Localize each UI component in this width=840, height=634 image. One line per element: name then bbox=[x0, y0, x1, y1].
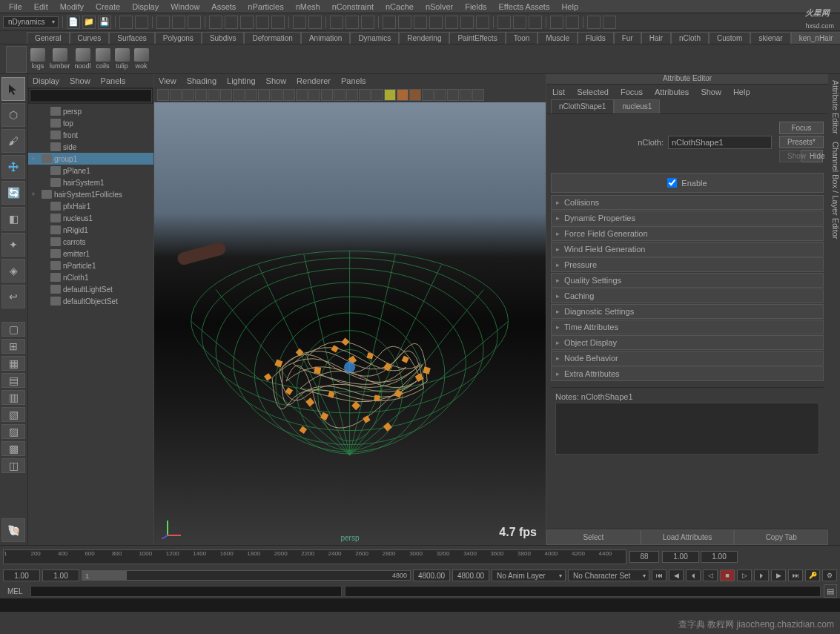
vp-tool-4[interactable] bbox=[195, 89, 207, 101]
vp-tool-26[interactable] bbox=[472, 89, 484, 101]
redo-icon[interactable] bbox=[135, 16, 148, 29]
attr-section-wind-field-generation[interactable]: Wind Field Generation bbox=[551, 242, 824, 257]
outliner-item-defaultLightSet[interactable]: defaultLightSet bbox=[28, 283, 153, 295]
script-editor-icon[interactable]: ▤ bbox=[824, 584, 837, 598]
layout-single[interactable]: ▢ bbox=[1, 322, 25, 337]
outliner-item-persp[interactable]: persp bbox=[28, 105, 153, 117]
shelftab-skienar[interactable]: skienar bbox=[750, 32, 790, 44]
attr-section-node-behavior[interactable]: Node Behavior bbox=[551, 351, 824, 366]
menu-file[interactable]: File bbox=[3, 2, 28, 11]
attr-section-collisions[interactable]: Collisions bbox=[551, 195, 824, 210]
undo-icon[interactable] bbox=[119, 16, 133, 29]
attr-section-pressure[interactable]: Pressure bbox=[551, 257, 824, 272]
render-settings-icon[interactable] bbox=[361, 16, 374, 29]
attr-section-diagnostic-settings[interactable]: Diagnostic Settings bbox=[551, 304, 824, 319]
autokey-button[interactable]: 🔑 bbox=[805, 569, 820, 581]
vp-tool-2[interactable] bbox=[170, 89, 182, 101]
presets-button[interactable]: Presets* bbox=[779, 136, 824, 148]
menu-help[interactable]: Help bbox=[555, 2, 584, 11]
shelf-item-lumber[interactable]: lumber bbox=[49, 47, 71, 70]
vp-menu-view[interactable]: View bbox=[159, 76, 176, 85]
shelftab-ncloth[interactable]: nCloth bbox=[671, 32, 709, 44]
layout-custom6[interactable]: ◫ bbox=[1, 458, 25, 473]
snap-plane-icon[interactable] bbox=[256, 16, 269, 29]
shelf-item-noodl[interactable]: noodl bbox=[74, 47, 92, 70]
layout-persp[interactable]: ▦ bbox=[1, 356, 25, 371]
attr-section-extra-attributes[interactable]: Extra Attributes bbox=[551, 366, 824, 381]
softmod-tool[interactable]: ◈ bbox=[1, 259, 25, 283]
scale-tool[interactable]: ◧ bbox=[1, 207, 25, 231]
shelftab-curves[interactable]: Curves bbox=[70, 32, 110, 44]
range-knob[interactable]: 1 bbox=[82, 571, 127, 580]
outliner-item-pfxHair1[interactable]: pfxHair1 bbox=[28, 200, 153, 212]
vp-menu-lighting[interactable]: Lighting bbox=[227, 76, 256, 85]
misc12-icon[interactable] bbox=[566, 16, 579, 29]
vp-menu-shading[interactable]: Shading bbox=[187, 76, 216, 85]
shelftab-muscle[interactable]: Muscle bbox=[538, 32, 578, 44]
construction-icon[interactable] bbox=[308, 16, 322, 29]
range-start-outer[interactable] bbox=[3, 569, 40, 581]
shelftab-surfaces[interactable]: Surfaces bbox=[109, 32, 154, 44]
open-scene-icon[interactable]: 📁 bbox=[82, 16, 96, 29]
menu-fields[interactable]: Fields bbox=[459, 2, 492, 11]
outliner-item-hairSystem1Follicles[interactable]: +hairSystem1Follicles bbox=[28, 188, 153, 200]
attr-section-caching[interactable]: Caching bbox=[551, 288, 824, 303]
misc3-icon[interactable] bbox=[414, 16, 427, 29]
menu-nmesh[interactable]: nMesh bbox=[290, 2, 326, 11]
misc1-icon[interactable] bbox=[383, 16, 396, 29]
node-name-input[interactable] bbox=[668, 136, 772, 149]
vp-menu-show[interactable]: Show bbox=[266, 76, 287, 85]
enable-checkbox[interactable] bbox=[667, 178, 677, 188]
menu-modify[interactable]: Modify bbox=[54, 2, 90, 11]
misc8-icon[interactable] bbox=[497, 16, 511, 29]
char-set-dropdown[interactable]: No Character Set bbox=[568, 569, 649, 581]
attr-menu-show[interactable]: Show bbox=[701, 87, 721, 96]
outliner-item-hairSystem1[interactable]: hairSystem1 bbox=[28, 176, 153, 188]
vp-tool-17[interactable] bbox=[359, 89, 371, 101]
anim-layer-dropdown[interactable]: No Anim Layer bbox=[492, 569, 566, 581]
vp-tool-3[interactable] bbox=[182, 89, 194, 101]
vp-tool-19[interactable] bbox=[384, 89, 396, 101]
menu-create[interactable]: Create bbox=[90, 2, 126, 11]
attr-menu-attributes[interactable]: Attributes bbox=[655, 87, 689, 96]
key-fwd-button[interactable]: ⏵ bbox=[754, 569, 769, 581]
vp-tool-21[interactable] bbox=[409, 89, 421, 101]
menu-nsolver[interactable]: nSolver bbox=[420, 2, 459, 11]
menu-nconstraint[interactable]: nConstraint bbox=[326, 2, 380, 11]
vp-tool-5[interactable] bbox=[208, 89, 219, 101]
play-back-button[interactable]: ◁ bbox=[703, 569, 718, 581]
vp-tool-18[interactable] bbox=[371, 89, 383, 101]
notes-textarea[interactable] bbox=[555, 403, 819, 455]
misc4-icon[interactable] bbox=[429, 16, 443, 29]
show-button[interactable]: Show bbox=[779, 150, 801, 162]
outliner-item-carrots[interactable]: carrots bbox=[28, 236, 153, 248]
snap-live-icon[interactable] bbox=[271, 16, 285, 29]
snap-grid-icon[interactable] bbox=[209, 16, 222, 29]
select-obj-icon[interactable] bbox=[172, 16, 185, 29]
current-frame-field[interactable]: 88 bbox=[629, 551, 659, 563]
range-slider[interactable]: 1 4800 bbox=[82, 570, 411, 581]
select-comp-icon[interactable] bbox=[188, 16, 201, 29]
range-start-inner[interactable] bbox=[42, 569, 79, 581]
step-fwd-button[interactable]: ▶ bbox=[771, 569, 786, 581]
viewport-canvas[interactable]: persp 4.7 fps bbox=[154, 102, 546, 545]
step-back-button[interactable]: ◀ bbox=[669, 569, 684, 581]
select-tool[interactable] bbox=[1, 77, 25, 101]
attr-menu-help[interactable]: Help bbox=[733, 87, 750, 96]
outliner-item-pPlane1[interactable]: pPlane1 bbox=[28, 165, 153, 176]
vp-tool-6[interactable] bbox=[220, 89, 232, 101]
outliner-item-nParticle1[interactable]: nParticle1 bbox=[28, 260, 153, 271]
snap-curve-icon[interactable] bbox=[225, 16, 238, 29]
shelftab-fluids[interactable]: Fluids bbox=[578, 32, 614, 44]
play-fwd-button[interactable]: ▷ bbox=[737, 569, 752, 581]
quick-layout-icon[interactable]: 🐚 bbox=[1, 518, 25, 542]
cmdline-input[interactable] bbox=[30, 586, 342, 597]
vp-tool-24[interactable] bbox=[447, 89, 459, 101]
side-field-1[interactable] bbox=[662, 551, 699, 563]
righttab-channel-box[interactable]: Channel Box / Layer Editor bbox=[828, 142, 840, 239]
outliner-item-emitter1[interactable]: emitter1 bbox=[28, 248, 153, 260]
shelf-item-wok[interactable]: wok bbox=[133, 47, 150, 70]
shelftab-subdivs[interactable]: Subdivs bbox=[202, 32, 245, 44]
shelftab-rendering[interactable]: Rendering bbox=[399, 32, 449, 44]
misc10-icon[interactable] bbox=[529, 16, 542, 29]
